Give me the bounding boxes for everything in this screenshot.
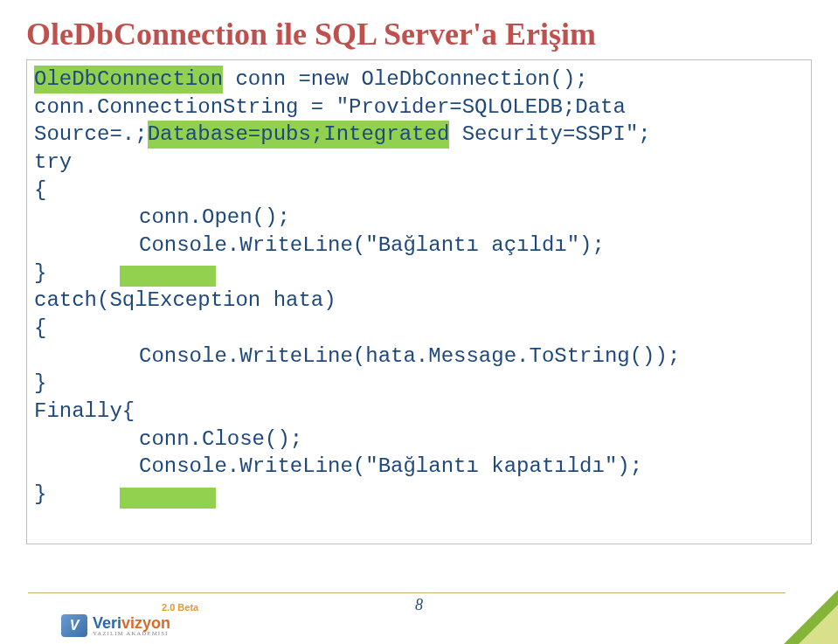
code-text: conn.Open(); <box>139 205 290 229</box>
logo: V Verivizyon YAZILIM AKADEMİSİ <box>61 614 170 637</box>
logo-icon: V <box>61 614 87 637</box>
code-text: Source=.; <box>34 122 148 146</box>
code-text: Security=SSPI"; <box>449 122 650 146</box>
code-text: Console <box>139 454 227 478</box>
highlight-oledbconnection: OleDbConnection <box>34 66 223 93</box>
code-text: try <box>34 150 72 174</box>
slide-title: OleDbConnection ile SQL Server'a Erişim <box>26 16 812 52</box>
corner-decoration-front <box>799 605 838 644</box>
beta-label: 2.0 Beta <box>162 602 198 613</box>
code-text: } <box>34 371 46 395</box>
highlight-box1 <box>120 266 216 287</box>
code-text: } <box>34 482 46 506</box>
highlight-database: Database=pubs;Integrated <box>148 121 450 149</box>
code-text: .WriteLine("Bağlantı açıldı"); <box>227 233 605 257</box>
footer: 8 2.0 Beta V Verivizyon YAZILIM AKADEMİS… <box>0 592 838 644</box>
code-text: Console.WriteLine(hata.Message.ToString(… <box>139 344 680 368</box>
code-block: OleDbConnection conn =new OleDbConnectio… <box>26 59 812 544</box>
code-text: { <box>34 178 46 202</box>
code-text: conn =new OleDbConnection(); <box>223 67 588 91</box>
highlight-box2 <box>120 488 216 509</box>
code-text: conn.Close(); <box>139 427 302 451</box>
code-text: catch(SqlException hata) <box>34 288 336 312</box>
code-text: Finally{ <box>34 399 135 423</box>
code-text: } <box>34 261 46 285</box>
code-text: .WriteLine("Bağlantı kapatıldı"); <box>227 454 642 478</box>
code-text: { <box>34 316 46 340</box>
code-text: Console <box>139 233 227 257</box>
logo-tagline: YAZILIM AKADEMİSİ <box>93 631 170 637</box>
logo-name: Verivizyon <box>93 615 170 631</box>
code-text: conn.ConnectionString = "Provider=SQLOLE… <box>34 95 638 119</box>
page-number: 8 <box>415 596 423 614</box>
